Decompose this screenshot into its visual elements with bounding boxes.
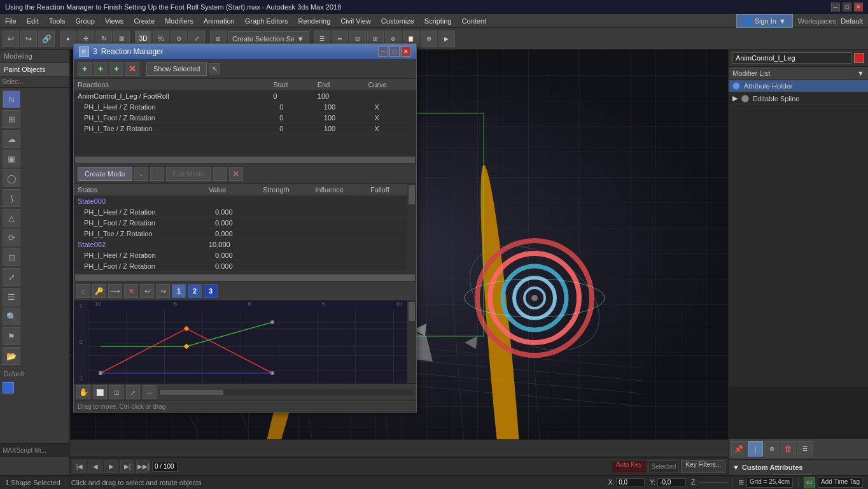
edit-mode-button[interactable]: Edit Mode — [166, 167, 212, 181]
grid-value[interactable]: Grid = 25,4cm — [746, 478, 793, 488]
create-mode-button[interactable]: Create Mode — [78, 167, 132, 181]
tool-13[interactable]: 📂 — [3, 347, 20, 365]
default-color-swatch[interactable] — [3, 382, 14, 393]
menu-file[interactable]: File — [0, 14, 22, 27]
table-row[interactable]: PH_l_Toe / Z Rotation 0,000 — [74, 229, 407, 239]
graph-num-2-btn[interactable]: 2 — [188, 284, 202, 298]
menu-edit[interactable]: Edit — [22, 14, 44, 27]
timeline-track[interactable] — [70, 439, 728, 457]
graph-num-1-btn[interactable]: 1 — [172, 284, 186, 298]
graph-scale-btn[interactable]: ↔ — [143, 385, 157, 399]
rp-btn-lock[interactable]: | — [748, 441, 763, 457]
toolbar-render-setup[interactable]: ⚙ — [421, 31, 437, 47]
rp-btn-pin[interactable]: 📌 — [731, 441, 746, 457]
remove-btn[interactable]: ✕ — [125, 62, 139, 76]
reactions-h-scrollbar[interactable] — [74, 155, 416, 164]
remove-state-btn[interactable]: ✕ — [229, 167, 243, 181]
table-row[interactable]: PH_l_Heel / Z Rotation 0,000 — [74, 250, 407, 261]
anim-prev-btn[interactable]: ◀ — [88, 460, 102, 473]
table-row[interactable]: State000 — [74, 196, 407, 207]
anim-next-btn[interactable]: ▶| — [120, 460, 134, 473]
anim-end-btn[interactable]: ▶▶| — [136, 460, 150, 473]
mode-arrow-down[interactable]: ↓ — [134, 167, 148, 181]
workspaces-value[interactable]: Default — [841, 17, 863, 25]
modeling-tab[interactable]: Modeling — [0, 50, 69, 63]
graph-hand-btn[interactable]: ✋ — [76, 385, 90, 399]
minimize-button[interactable]: ─ — [831, 3, 840, 11]
table-row[interactable]: PH_l_Toe / Z Rotation 0 100 X — [74, 124, 416, 134]
table-row[interactable]: PH_l_Foot / Z Rotation 0,000 — [74, 218, 407, 229]
sign-in-button[interactable]: 👤 Sign In ▼ — [736, 14, 793, 28]
dialog-maximize[interactable]: □ — [389, 46, 400, 57]
cursor-icon[interactable]: ↖ — [209, 63, 220, 74]
add-btn-2[interactable]: + — [94, 62, 108, 76]
edit-arrow[interactable]: ↓ — [213, 167, 227, 181]
add-btn-3[interactable]: + — [109, 62, 123, 76]
tool-12[interactable]: ⚑ — [3, 327, 20, 345]
menu-customize[interactable]: Customize — [376, 14, 419, 27]
table-row[interactable]: PH_l_Heel / Z Rotation 0 100 X — [74, 102, 416, 113]
menu-content[interactable]: Content — [457, 14, 492, 27]
add-time-tag-icon[interactable]: 🏷 — [804, 477, 815, 488]
graph-curve-btn[interactable]: ⟿ — [108, 284, 122, 298]
graph-canvas-area[interactable]: -10 -5 0 5 10 — [88, 301, 407, 383]
object-color-swatch[interactable] — [854, 53, 864, 63]
undo-button[interactable]: ↩ — [3, 31, 19, 47]
states-h-scrollbar[interactable] — [74, 273, 416, 282]
menu-views[interactable]: Views — [100, 14, 129, 27]
redo-button[interactable]: ↪ — [20, 31, 37, 47]
menu-modifiers[interactable]: Modifiers — [160, 14, 199, 27]
menu-civil-view[interactable]: Civil View — [335, 14, 375, 27]
menu-animation[interactable]: Animation — [199, 14, 240, 27]
paint-objects-tab[interactable]: Paint Objects — [0, 63, 69, 76]
graph-key-btn[interactable]: 🔑 — [92, 284, 106, 298]
toolbar-render[interactable]: ▶ — [438, 31, 455, 47]
table-row[interactable]: PH_l_Foot / Z Rotation 0 100 X — [74, 113, 416, 124]
graph-right-btn[interactable]: ↪ — [156, 284, 170, 298]
menu-tools[interactable]: Tools — [44, 14, 71, 27]
mode-arrow-up[interactable]: ↑ — [150, 167, 164, 181]
tool-4[interactable]: ◯ — [3, 169, 20, 187]
graph-move-btn[interactable]: ⤢ — [126, 385, 140, 399]
graph-h-scrollbar[interactable] — [159, 389, 414, 395]
link-button[interactable]: 🔗 — [38, 31, 55, 47]
table-row[interactable]: State002 10,000 — [74, 239, 407, 250]
graph-home-btn[interactable]: ⌂ — [76, 284, 90, 298]
tool-2[interactable]: ☁ — [3, 130, 20, 148]
anim-start-btn[interactable]: |◀ — [73, 460, 87, 473]
menu-group[interactable]: Group — [70, 14, 100, 27]
rp-btn-delete[interactable]: 🗑 — [781, 441, 796, 457]
rp-btn-menu[interactable]: ☰ — [797, 441, 813, 457]
modifier-editable-spline[interactable]: ▶ Editable Spline — [729, 92, 868, 105]
rp-btn-configure[interactable]: ⚙ — [764, 441, 780, 457]
auto-key-button[interactable]: Auto Key — [612, 460, 647, 473]
graph-num-3-btn[interactable]: 3 — [204, 284, 218, 298]
tool-3[interactable]: ▣ — [3, 150, 20, 167]
states-v-scrollbar[interactable] — [407, 184, 416, 273]
menu-graph-editors[interactable]: Graph Editors — [240, 14, 293, 27]
dialog-close[interactable]: ✕ — [401, 46, 411, 57]
add-reaction-btn[interactable]: + — [78, 62, 92, 76]
tool-1[interactable]: ⊞ — [3, 110, 20, 128]
table-row[interactable]: AnimControl_l_Leg / FootRoll 0 100 — [74, 91, 416, 102]
close-button[interactable]: ✕ — [854, 3, 863, 11]
menu-rendering[interactable]: Rendering — [293, 14, 336, 27]
key-filters-button[interactable]: Key Filters... — [681, 460, 725, 473]
table-row[interactable]: PH_l_Heel / Z Rotation 0,000 — [74, 207, 407, 218]
dialog-minimize[interactable]: ─ — [378, 46, 388, 57]
object-name-field[interactable]: AnimControl_l_Leg — [732, 52, 851, 64]
modifier-attribute-holder[interactable]: Attribute Holder — [729, 80, 868, 92]
tool-select[interactable]: N — [3, 90, 20, 108]
tool-9[interactable]: ⤢ — [3, 268, 20, 286]
add-time-tag-btn[interactable]: Add Time Tag — [818, 478, 863, 488]
graph-v-scrollbar[interactable] — [407, 301, 416, 383]
show-selected-button[interactable]: Show Selected — [146, 62, 207, 76]
time-input[interactable] — [152, 462, 178, 472]
tool-10[interactable]: ☰ — [3, 288, 20, 306]
tool-5[interactable]: ⟆ — [3, 189, 20, 207]
table-row[interactable]: PH_l_Foot / Z Rotation 0,000 — [74, 261, 407, 272]
tool-11[interactable]: 🔍 — [3, 308, 20, 325]
graph-delete-btn[interactable]: ✕ — [124, 284, 138, 298]
menu-scripting[interactable]: Scripting — [419, 14, 457, 27]
anim-play-btn[interactable]: ▶ — [104, 460, 118, 473]
